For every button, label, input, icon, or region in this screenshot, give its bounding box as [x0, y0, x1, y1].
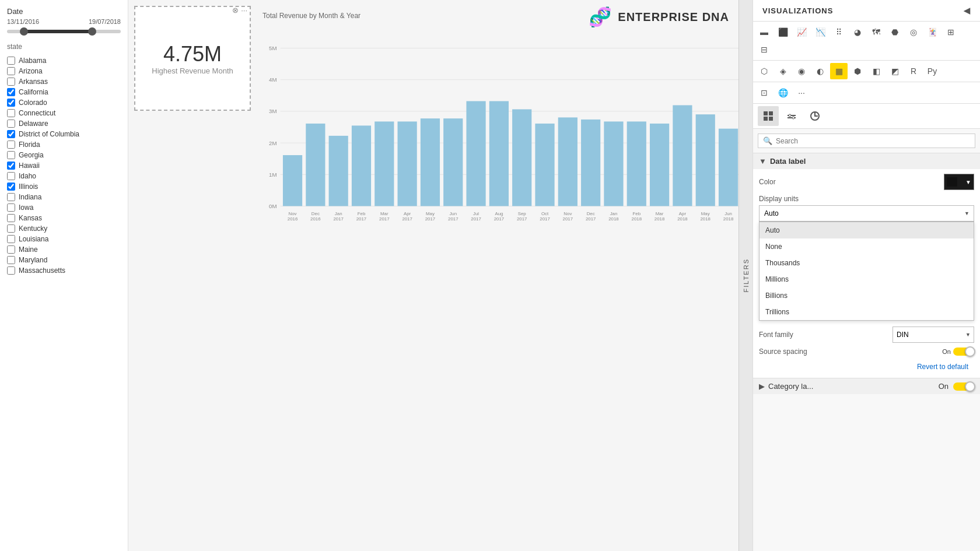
- filters-tab[interactable]: FILTERS: [738, 0, 752, 551]
- color-swatch[interactable]: ▼: [944, 174, 974, 190]
- source-spacing-row: Source spacing On: [759, 348, 974, 356]
- state-checkbox-arizona[interactable]: [7, 67, 15, 75]
- viz-icon-table[interactable]: ⊞: [942, 24, 960, 40]
- date-slider-track[interactable]: [7, 30, 121, 33]
- viz-icon-area[interactable]: 📉: [811, 24, 829, 40]
- state-checkbox-iowa[interactable]: [7, 203, 15, 212]
- state-checkbox-maryland[interactable]: [7, 256, 15, 264]
- state-checkbox-colorado[interactable]: [7, 99, 15, 107]
- color-field-label: Color: [759, 178, 776, 186]
- state-checkbox-idaho[interactable]: [7, 172, 15, 180]
- state-checkbox-delaware[interactable]: [7, 120, 15, 128]
- state-checkbox-georgia[interactable]: [7, 151, 15, 159]
- viz-icon-r7[interactable]: ◧: [867, 63, 885, 79]
- display-units-select[interactable]: Auto: [759, 205, 974, 222]
- dropdown-item-millions[interactable]: Millions: [760, 271, 974, 287]
- viz-icon-map[interactable]: 🗺: [867, 24, 885, 40]
- viz-icon-q2[interactable]: 🌐: [774, 85, 792, 101]
- state-checkbox-indiana[interactable]: [7, 193, 15, 201]
- bar-nov-2017[interactable]: [558, 117, 578, 206]
- viz-icon-active[interactable]: ▦: [830, 63, 848, 79]
- dropdown-item-trillions[interactable]: Trillions: [760, 304, 974, 320]
- source-spacing-track[interactable]: [953, 348, 974, 356]
- state-checkbox-alabama[interactable]: [7, 57, 15, 65]
- state-checkbox-maine[interactable]: [7, 245, 15, 254]
- bar-aug-2017[interactable]: [489, 101, 509, 206]
- bar-jun-2018[interactable]: [719, 129, 738, 206]
- font-family-dropdown[interactable]: DIN Segoe UI Arial: [892, 327, 974, 343]
- viz-icon-r6[interactable]: ⬢: [849, 63, 866, 79]
- viz-icon-bar2[interactable]: ⬛: [774, 24, 792, 40]
- bar-jun-2017[interactable]: [443, 118, 463, 206]
- viz-icon-r9[interactable]: R: [905, 63, 922, 79]
- dropdown-item-auto[interactable]: Auto: [760, 222, 974, 238]
- state-checkbox-connecticut[interactable]: [7, 109, 15, 117]
- dropdown-item-none[interactable]: None: [760, 238, 974, 255]
- viz-icon-pie[interactable]: ◕: [849, 24, 866, 40]
- tab-format[interactable]: [781, 106, 802, 126]
- state-checkbox-illinois[interactable]: [7, 183, 15, 191]
- kpi-value: 4.75M: [163, 42, 222, 66]
- tab-fields[interactable]: [758, 106, 779, 126]
- more-icon[interactable]: ···: [241, 6, 247, 15]
- state-checkbox-hawaii[interactable]: [7, 162, 15, 170]
- filter-icon[interactable]: ⊗: [232, 6, 239, 15]
- bar-jan-2018[interactable]: [604, 121, 623, 206]
- viz-icon-bar[interactable]: ▬: [755, 24, 773, 40]
- viz-icon-r4[interactable]: ◐: [811, 63, 829, 79]
- viz-icon-q1[interactable]: ⊡: [755, 85, 773, 101]
- bar-apr-2017[interactable]: [398, 121, 417, 206]
- viz-icon-py[interactable]: Py: [923, 63, 941, 79]
- chart-container: ⊗ ··· 4.75M Highest Revenue Month Total …: [128, 0, 752, 551]
- viz-icon-scatter[interactable]: ⠿: [830, 24, 848, 40]
- viz-icon-matrix[interactable]: ⊟: [755, 41, 773, 58]
- bar-apr-2018[interactable]: [673, 105, 692, 206]
- state-checkbox-florida[interactable]: [7, 141, 15, 149]
- viz-icon-gauge[interactable]: ◎: [905, 24, 922, 40]
- viz-icon-r8[interactable]: ◩: [886, 63, 904, 79]
- revert-link[interactable]: Revert to default: [759, 360, 974, 373]
- bar-jul-2017[interactable]: [466, 101, 485, 206]
- svg-text:May: May: [426, 211, 435, 216]
- state-checkbox-louisiana[interactable]: [7, 235, 15, 243]
- category-toggle-track[interactable]: [953, 382, 974, 391]
- state-checkbox-arkansas[interactable]: [7, 78, 15, 86]
- state-checkbox-kansas[interactable]: [7, 214, 15, 222]
- data-label-section-header[interactable]: ▼ Data label: [753, 153, 980, 169]
- bar-may-2018[interactable]: [696, 114, 715, 206]
- viz-icon-line[interactable]: 📈: [793, 24, 810, 40]
- search-box[interactable]: 🔍: [758, 134, 975, 148]
- bar-may-2017[interactable]: [421, 118, 440, 206]
- state-checkbox-kentucky[interactable]: [7, 224, 15, 233]
- slider-thumb-left[interactable]: [20, 27, 28, 36]
- category-section-row[interactable]: ▶ Category la... On: [753, 378, 980, 394]
- state-checkbox-california[interactable]: [7, 88, 15, 96]
- viz-icon-r3[interactable]: ◉: [793, 63, 810, 79]
- slider-thumb-right[interactable]: [88, 27, 96, 36]
- bar-dec-2017[interactable]: [581, 120, 600, 206]
- viz-icon-q3[interactable]: ···: [793, 85, 810, 101]
- viz-icon-funnel[interactable]: ⬣: [886, 24, 904, 40]
- bar-mar-2017[interactable]: [374, 121, 394, 206]
- bar-dec-2016[interactable]: [306, 124, 325, 206]
- bar-oct-2017[interactable]: [535, 124, 554, 206]
- display-units-label: Display units: [759, 195, 799, 203]
- bar-nov-2016[interactable]: [283, 155, 302, 206]
- search-input[interactable]: [776, 137, 970, 145]
- date-end: 19/07/2018: [89, 18, 121, 25]
- bar-sep-2017[interactable]: [512, 109, 531, 206]
- font-family-select[interactable]: DIN Segoe UI Arial: [892, 327, 974, 343]
- collapse-icon[interactable]: ◀: [964, 6, 971, 15]
- state-checkbox-district-of-columbia[interactable]: [7, 130, 15, 138]
- bar-mar-2018[interactable]: [650, 124, 669, 206]
- bar-feb-2017[interactable]: [352, 125, 371, 206]
- viz-icon-r1[interactable]: ⬡: [755, 63, 773, 79]
- viz-icon-card[interactable]: 🃏: [923, 24, 941, 40]
- viz-icon-r2[interactable]: ◈: [774, 63, 792, 79]
- state-checkbox-massachusetts[interactable]: [7, 266, 15, 275]
- dropdown-item-billions[interactable]: Billions: [760, 287, 974, 304]
- bar-jan-2017[interactable]: [329, 136, 348, 206]
- tab-analytics[interactable]: [804, 106, 825, 126]
- bar-feb-2018[interactable]: [627, 121, 646, 206]
- dropdown-item-thousands[interactable]: Thousands: [760, 255, 974, 271]
